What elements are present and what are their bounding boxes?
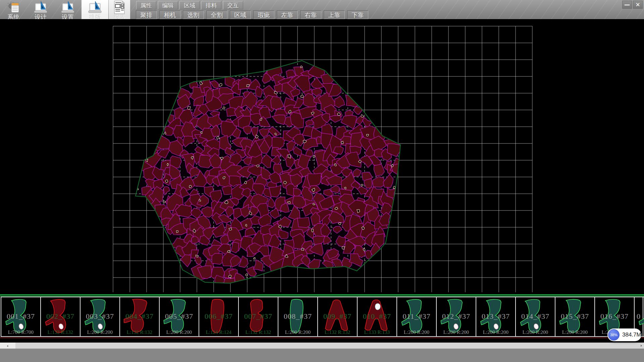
scroll-left-button[interactable]: ‹ bbox=[0, 343, 15, 349]
tool-button-align-top[interactable]: 上靠 bbox=[324, 10, 345, 19]
chevron-right-icon: › bbox=[640, 343, 642, 348]
part-thumbnail-006_#37[interactable]: 006_#37 L:124 R:124 bbox=[199, 297, 239, 336]
part-id: 006_#37 bbox=[199, 312, 238, 321]
part-thumbnail-008_#37[interactable]: 008_#37 L:200 R:200 bbox=[278, 297, 318, 336]
part-thumbnail-011_#37[interactable]: 011_#37 L:200 R:200 bbox=[397, 297, 437, 336]
part-lr-count: L:200 R:200 bbox=[278, 329, 317, 335]
part-thumbnail-013_#37[interactable]: 013_#37 L:200 R:200 bbox=[476, 297, 516, 336]
status-bar bbox=[0, 349, 644, 362]
tool-button-align-right[interactable]: 右靠 bbox=[300, 10, 321, 19]
menu-item-interactive[interactable]: 交互 bbox=[223, 1, 243, 9]
close-icon: ✕ bbox=[635, 1, 640, 8]
memory-text: 384.7M bbox=[622, 331, 641, 338]
part-id: 001_#37 bbox=[1, 312, 40, 321]
tool-button-cluster-nest[interactable]: 聚排 bbox=[136, 10, 157, 19]
part-id: 005_#37 bbox=[160, 312, 199, 321]
canvas-svg bbox=[0, 19, 644, 294]
parts-strip-cells: 001_#37 L:700 R:700 002_#37 L:132 R:132 … bbox=[1, 297, 644, 337]
ruler-pc-icon bbox=[60, 1, 75, 14]
part-id: 003_#37 bbox=[80, 312, 119, 321]
part-lr-count: L:133 R:133 bbox=[358, 329, 396, 335]
close-button[interactable]: ✕ bbox=[633, 1, 643, 9]
report-doc-icon bbox=[113, 0, 126, 14]
ruler-pc-icon bbox=[33, 1, 48, 14]
part-lr-count: L:200 R:200 bbox=[397, 329, 436, 335]
part-thumbnail-015_#37[interactable]: 015_#37 L:200 R:200 bbox=[555, 297, 595, 336]
appbar-item-layout[interactable]: 排版 bbox=[82, 0, 108, 21]
part-id: 002_#37 bbox=[41, 312, 80, 321]
tool-button-align-bottom[interactable]: 下靠 bbox=[347, 10, 368, 19]
part-id: 010_#37 bbox=[358, 312, 396, 321]
part-lr-count: L:700 R:700 bbox=[1, 329, 40, 335]
part-thumbnail-012_#37[interactable]: 012_#37 L:200 R:200 bbox=[437, 297, 476, 336]
part-id: 016_#37 bbox=[595, 312, 634, 321]
chevron-left-icon: ‹ bbox=[7, 343, 8, 348]
appbar-item-settings[interactable]: 设置 bbox=[54, 0, 81, 21]
part-thumbnail-009_#37[interactable]: 009_#37 L:132 R:132 bbox=[318, 297, 358, 336]
strip-border-maroon bbox=[0, 337, 644, 338]
menu-item-nesting[interactable]: 排料 bbox=[201, 1, 221, 9]
tool-button-region[interactable]: 区域 bbox=[230, 10, 251, 19]
part-thumbnail-002_#37[interactable]: 002_#37 L:132 R:132 bbox=[41, 297, 80, 336]
part-id: 009_#37 bbox=[318, 312, 357, 321]
memory-percent: 38% bbox=[610, 333, 618, 337]
part-lr-count: L:200 R:200 bbox=[516, 329, 555, 335]
part-lr-count: L:200 R:200 bbox=[80, 329, 119, 335]
part-lr-count: L:132 R:132 bbox=[120, 329, 159, 335]
minimize-button[interactable]: — bbox=[622, 1, 632, 9]
tool-button-align-left[interactable]: 左靠 bbox=[277, 10, 298, 19]
part-thumbnail-014_#37[interactable]: 014_#37 L:200 R:200 bbox=[516, 297, 555, 336]
menu-item-edit[interactable]: 编辑 bbox=[158, 1, 178, 9]
part-id: 007_#37 bbox=[239, 312, 278, 321]
horizontal-scrollbar[interactable]: ‹ › bbox=[0, 343, 644, 349]
tool-button-defect[interactable]: 瑕疵 bbox=[253, 10, 274, 19]
appbar-item-design[interactable]: 设计 bbox=[27, 0, 54, 21]
part-thumbnail-007_#37[interactable]: 007_#37 L:132 R:132 bbox=[239, 297, 278, 336]
tool-button-select-cut[interactable]: 选割 bbox=[183, 10, 204, 19]
part-lr-count: L:200 R:200 bbox=[555, 329, 594, 335]
part-lr-count: L:200 R:200 bbox=[476, 329, 515, 335]
tool-button-camera[interactable]: 相机 bbox=[159, 10, 180, 19]
part-thumbnail-005_#37[interactable]: 005_#37 L:200 R:200 bbox=[160, 297, 199, 336]
strip-border-green bbox=[0, 294, 644, 295]
memory-badge[interactable]: 38% 384.7M bbox=[607, 328, 641, 341]
part-id: 0 bbox=[635, 312, 643, 321]
scroll-right-button[interactable]: › bbox=[640, 343, 642, 349]
appbar-item-system[interactable]: 系统 bbox=[0, 0, 27, 21]
parts-strip: 001_#37 L:700 R:700 002_#37 L:132 R:132 … bbox=[0, 294, 644, 339]
part-id: 014_#37 bbox=[516, 312, 555, 321]
part-id: 011_#37 bbox=[397, 312, 436, 321]
ruler-pc-icon bbox=[87, 1, 103, 14]
menu-item-region[interactable]: 区域 bbox=[179, 1, 200, 9]
part-lr-count: L:132 R:132 bbox=[318, 329, 357, 335]
part-thumbnail-003_#37[interactable]: 003_#37 L:200 R:200 bbox=[80, 297, 120, 336]
gear-doc-icon bbox=[6, 1, 21, 14]
part-lr-count: L:132 R:132 bbox=[41, 329, 80, 335]
minimize-icon: — bbox=[624, 1, 630, 8]
tool-button-cut-all[interactable]: 全割 bbox=[206, 10, 227, 19]
part-thumbnail-010_#37[interactable]: 010_#37 L:133 R:133 bbox=[358, 297, 397, 336]
part-id: 015_#37 bbox=[555, 312, 594, 321]
part-thumbnail-001_#37[interactable]: 001_#37 L:700 R:700 bbox=[1, 297, 41, 336]
part-id: 008_#37 bbox=[278, 312, 317, 321]
menu-item-properties[interactable]: 属性 bbox=[136, 1, 156, 9]
memory-percent-circle: 38% bbox=[608, 329, 620, 341]
part-lr-count: L:200 R:200 bbox=[160, 329, 199, 335]
part-id: 012_#37 bbox=[437, 312, 476, 321]
strip-border-green bbox=[0, 296, 644, 296]
part-lr-count: L:124 R:124 bbox=[199, 329, 238, 335]
part-id: 013_#37 bbox=[476, 312, 515, 321]
part-lr-count: L:200 R:200 bbox=[437, 329, 476, 335]
part-id: 004_#37 bbox=[120, 312, 159, 321]
nesting-canvas[interactable] bbox=[0, 19, 644, 294]
part-thumbnail-004_#37[interactable]: 004_#37 L:132 R:132 bbox=[120, 297, 160, 336]
part-lr-count: L:132 R:132 bbox=[239, 329, 278, 335]
